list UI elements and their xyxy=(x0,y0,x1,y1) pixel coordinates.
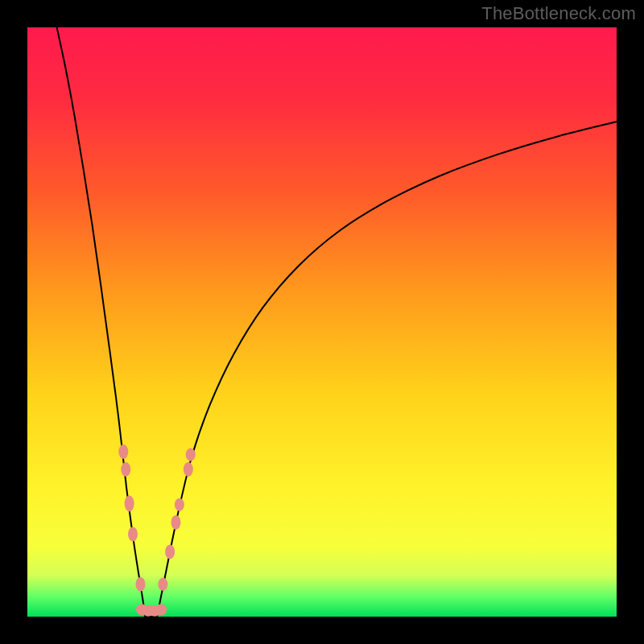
data-point-8 xyxy=(155,604,167,615)
data-point-4 xyxy=(136,577,146,592)
chart-frame: TheBottleneck.com xyxy=(0,0,644,644)
bottleneck-chart xyxy=(0,0,644,644)
data-point-9 xyxy=(158,578,167,591)
data-point-10 xyxy=(165,544,175,559)
data-point-12 xyxy=(175,498,184,511)
data-point-1 xyxy=(121,462,130,477)
data-point-14 xyxy=(186,448,196,461)
data-point-2 xyxy=(125,495,134,511)
data-point-3 xyxy=(128,527,138,542)
watermark-text: TheBottleneck.com xyxy=(481,3,636,24)
plot-background xyxy=(27,27,617,617)
data-point-0 xyxy=(118,444,128,459)
data-point-11 xyxy=(171,515,180,530)
data-point-13 xyxy=(184,462,193,477)
